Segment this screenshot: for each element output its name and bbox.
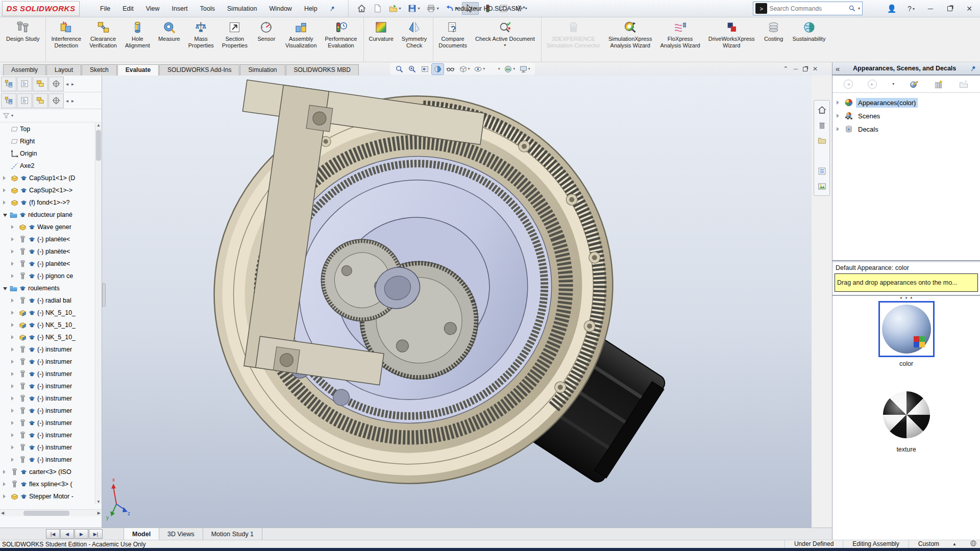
expand-arrow-icon[interactable] (3, 201, 8, 205)
command-tab[interactable]: Evaluate (117, 64, 159, 76)
feature-tree-item[interactable]: CapSup1<1> (D (0, 172, 95, 184)
menu-item[interactable]: File (94, 0, 116, 17)
expand-arrow-icon[interactable] (11, 311, 16, 315)
pin-menu-icon[interactable] (329, 5, 336, 12)
expand-arrow-icon[interactable] (11, 323, 16, 327)
search-commands-box[interactable]: > ▾ (753, 2, 863, 15)
expand-arrow-icon[interactable] (11, 249, 16, 254)
tree-horizontal-scrollbar[interactable]: ◀ ▶ (0, 509, 102, 516)
filter-caret-icon[interactable]: ▾ (11, 113, 13, 118)
expand-arrow-icon[interactable] (3, 482, 8, 486)
scrollbar-thumb[interactable] (23, 511, 69, 516)
quick-access-button[interactable]: ▾ (497, 2, 510, 15)
feature-tree-item[interactable]: (-) instrumer (0, 417, 95, 429)
scroll-left-icon[interactable]: ◀ (1, 511, 4, 515)
view-tool-button[interactable]: ▾ (419, 64, 431, 74)
side-tool-button[interactable] (815, 103, 828, 116)
history-caret-icon[interactable]: ▾ (892, 82, 894, 86)
expand-arrow-icon[interactable] (11, 347, 16, 352)
doc-minimize-icon[interactable]: ─ (793, 65, 798, 72)
expand-arrow-icon[interactable] (3, 188, 8, 192)
edit-appearance-icon[interactable] (909, 79, 919, 89)
close-button[interactable]: ✕ (961, 2, 978, 15)
feature-tree-item[interactable]: (-) NK_5_10_ (0, 319, 95, 331)
feature-tree-item[interactable]: (-) instrumer (0, 441, 95, 454)
playback-button[interactable]: ▶ (75, 529, 88, 539)
panel-tab[interactable] (33, 77, 48, 91)
feature-tree-item[interactable]: réducteur plané (0, 209, 95, 221)
expand-arrow-icon[interactable] (11, 274, 16, 278)
panel-tab[interactable] (1, 77, 16, 91)
collapse-pane-icon[interactable]: « (836, 64, 840, 73)
panel-tab[interactable] (48, 77, 64, 91)
quick-access-button[interactable]: ▾ (512, 2, 529, 15)
help-button[interactable]: ?▾ (902, 2, 920, 15)
feature-tree-item[interactable]: Right (0, 135, 95, 147)
ribbon-button[interactable]: SimulationXpress Analysis Wizard ▾ (604, 17, 656, 62)
feature-tree-item[interactable]: Origin (0, 147, 95, 160)
expand-arrow-icon[interactable] (11, 335, 16, 339)
menu-item[interactable]: Edit (116, 0, 140, 17)
menu-item[interactable]: Simulation (221, 0, 263, 17)
side-tool-button[interactable] (815, 134, 828, 147)
expand-chevron-icon[interactable] (837, 114, 841, 118)
feature-tree-item[interactable]: (-) NK_5_10_ (0, 307, 95, 319)
view-tool-button[interactable]: ▾ (457, 64, 472, 74)
quick-access-button[interactable]: ▾ (386, 2, 403, 15)
panel-scroll-right-icon[interactable]: ▸ (70, 81, 76, 87)
feature-tree-item[interactable]: (-) instrumer (0, 392, 95, 405)
panel-tab[interactable] (1, 93, 16, 108)
command-tab[interactable]: Layout (46, 64, 81, 76)
command-tab[interactable]: SOLIDWORKS Add-Ins (159, 64, 239, 76)
appearances-tree-item[interactable]: Appearances(color) (832, 96, 980, 109)
graphics-viewport[interactable]: x y z (102, 76, 812, 528)
expand-arrow-icon[interactable] (3, 176, 8, 180)
quick-access-button[interactable]: ▾ (462, 2, 479, 15)
view-tool-button[interactable]: ▾ (394, 64, 405, 74)
pin-pane-icon[interactable] (969, 65, 977, 72)
tree-vertical-scrollbar[interactable]: ▲ ▼ (95, 123, 102, 504)
expand-arrow-icon[interactable] (3, 494, 8, 498)
ribbon-button[interactable]: Curvature ▾ (365, 17, 398, 62)
study-tab[interactable]: 3D Views (159, 528, 203, 540)
menu-item[interactable]: Insert (166, 0, 194, 17)
feature-tree-item[interactable]: Wave gener (0, 221, 95, 233)
feature-tree-item[interactable]: (-) instrumer (0, 405, 95, 417)
panel-tab[interactable] (48, 93, 64, 108)
appearances-tree-item[interactable]: Scenes (832, 109, 980, 122)
feature-tree-item[interactable]: Axe2 (0, 160, 95, 172)
expand-chevron-icon[interactable] (837, 127, 841, 131)
scroll-down-icon[interactable]: ▼ (96, 499, 101, 504)
feature-tree-item[interactable]: (-) planète< (0, 233, 95, 245)
command-tab[interactable]: Simulation (240, 64, 285, 76)
quick-access-button[interactable]: ▾ (443, 2, 460, 15)
search-caret-icon[interactable]: ▾ (858, 6, 860, 11)
quick-access-button[interactable]: ▾ (424, 2, 441, 15)
ribbon-button[interactable]: Measure ▾ (154, 17, 184, 62)
expand-arrow-icon[interactable] (3, 287, 7, 292)
ribbon-button[interactable]: Sensor ▾ (252, 17, 281, 62)
ribbon-button[interactable]: DriveWorksXpress Wizard ▾ (704, 17, 759, 62)
status-units[interactable]: Custom ▲ (909, 540, 970, 548)
feature-tree-item[interactable]: (-) instrumer (0, 380, 95, 392)
feature-tree-item[interactable]: carter<3> (ISO (0, 466, 95, 478)
expand-arrow-icon[interactable] (11, 237, 16, 241)
forward-icon[interactable]: ▸ (868, 80, 877, 89)
ribbon-button[interactable]: Clearance Verification ▾ (85, 17, 121, 62)
ribbon-button[interactable]: Compare Documents ▾ (434, 17, 471, 62)
quick-access-button[interactable]: ▾ (405, 2, 422, 15)
appearances-tree-item[interactable]: Decals (832, 122, 980, 136)
expand-arrow-icon[interactable] (3, 470, 8, 474)
user-account-button[interactable]: 👤 (883, 2, 900, 15)
view-tool-button[interactable]: ▾ (518, 64, 532, 74)
quick-access-button[interactable]: ▾ (355, 2, 369, 15)
ribbon-button[interactable]: Hole Alignment ▾ (121, 17, 154, 62)
expand-arrow-icon[interactable] (11, 262, 16, 266)
minimize-button[interactable]: ─ (922, 2, 939, 15)
side-tool-button[interactable] (815, 164, 828, 178)
expand-arrow-icon[interactable] (11, 458, 16, 462)
search-input[interactable] (769, 5, 848, 12)
expand-arrow-icon[interactable] (3, 214, 7, 219)
menu-item[interactable]: Help (298, 0, 324, 17)
ribbon-button[interactable]: Assembly Visualization ▾ (281, 17, 321, 62)
